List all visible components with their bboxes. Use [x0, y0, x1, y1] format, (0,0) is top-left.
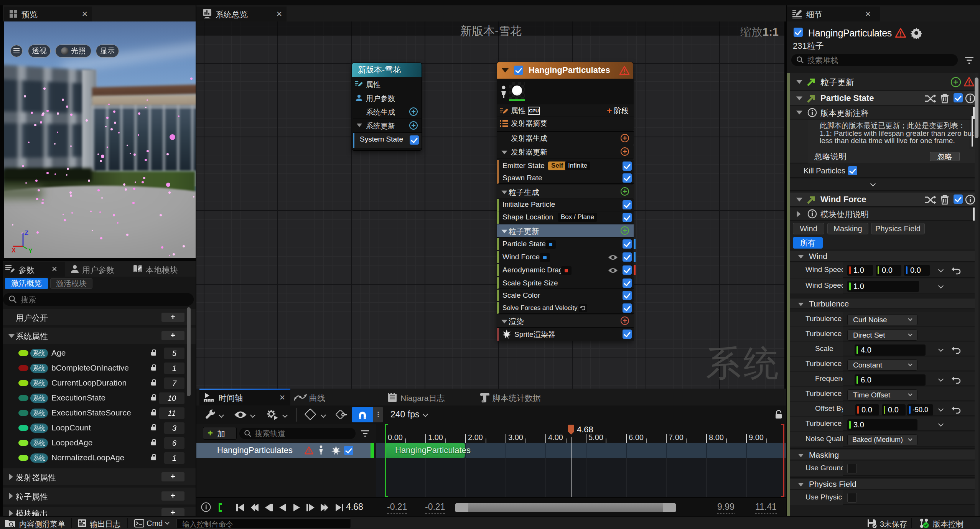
svg-text:X: X: [12, 247, 16, 254]
svg-text:Z: Z: [25, 229, 28, 237]
svg-text:Y: Y: [28, 248, 33, 254]
